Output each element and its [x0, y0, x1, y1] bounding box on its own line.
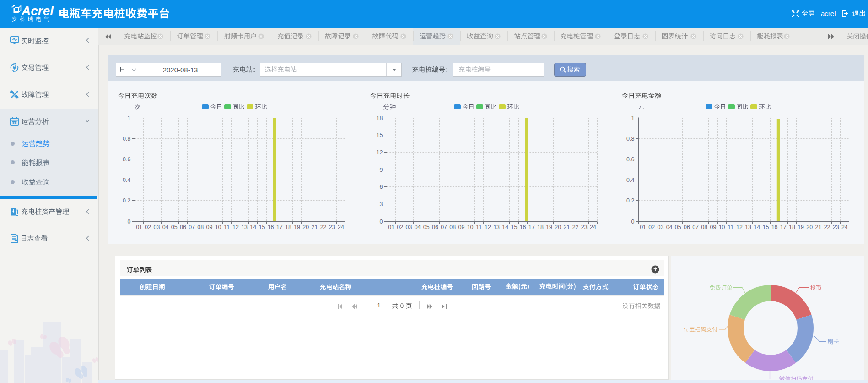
svg-text:01: 01	[640, 224, 646, 230]
svg-text:10: 10	[215, 224, 221, 230]
svg-text:21: 21	[311, 224, 318, 230]
svg-text:14: 14	[250, 224, 256, 230]
svg-text:11: 11	[476, 224, 482, 230]
svg-text:13: 13	[493, 224, 500, 230]
svg-text:0.6: 0.6	[626, 156, 634, 163]
svg-text:08: 08	[197, 224, 204, 230]
svg-text:02: 02	[648, 224, 655, 230]
svg-text:0.8: 0.8	[123, 136, 130, 142]
svg-text:10: 10	[719, 224, 725, 230]
svg-text:03: 03	[405, 224, 412, 230]
svg-text:18: 18	[537, 224, 544, 230]
svg-text:01: 01	[136, 224, 142, 230]
svg-text:04: 04	[666, 224, 673, 230]
svg-text:20: 20	[806, 224, 813, 230]
svg-text:14: 14	[754, 224, 760, 230]
svg-text:13: 13	[745, 224, 751, 230]
svg-text:03: 03	[153, 224, 160, 230]
svg-text:19: 19	[546, 224, 552, 230]
svg-text:16: 16	[520, 224, 526, 230]
svg-text:21: 21	[563, 224, 570, 230]
svg-text:17: 17	[528, 224, 535, 230]
svg-text:1: 1	[631, 115, 635, 121]
svg-text:22: 22	[320, 224, 327, 230]
svg-text:07: 07	[441, 224, 447, 230]
svg-text:07: 07	[692, 224, 699, 230]
svg-text:17: 17	[780, 224, 787, 230]
svg-text:11: 11	[224, 224, 230, 230]
svg-text:12: 12	[485, 224, 491, 230]
svg-text:12: 12	[736, 224, 743, 230]
svg-text:09: 09	[710, 224, 716, 230]
svg-text:01: 01	[388, 224, 394, 230]
svg-text:22: 22	[572, 224, 579, 230]
svg-text:05: 05	[423, 224, 430, 230]
svg-text:0.2: 0.2	[626, 197, 634, 204]
svg-text:9: 9	[380, 167, 383, 173]
svg-text:19: 19	[294, 224, 300, 230]
svg-text:0.2: 0.2	[123, 197, 130, 204]
svg-text:3: 3	[380, 201, 383, 208]
svg-text:04: 04	[162, 224, 169, 230]
svg-text:23: 23	[581, 224, 588, 230]
svg-text:18: 18	[285, 224, 291, 230]
svg-text:08: 08	[449, 224, 456, 230]
svg-text:06: 06	[432, 224, 438, 230]
svg-text:6: 6	[380, 184, 383, 190]
svg-text:09: 09	[458, 224, 464, 230]
svg-text:03: 03	[657, 224, 663, 230]
svg-text:19: 19	[798, 224, 804, 230]
svg-text:0.4: 0.4	[626, 177, 634, 183]
svg-text:15: 15	[762, 224, 769, 230]
svg-text:16: 16	[268, 224, 274, 230]
svg-text:0: 0	[631, 219, 635, 225]
svg-text:09: 09	[206, 224, 212, 230]
svg-text:20: 20	[555, 224, 561, 230]
svg-text:11: 11	[728, 224, 733, 230]
svg-text:15: 15	[259, 224, 265, 230]
svg-text:14: 14	[502, 224, 508, 230]
svg-text:24: 24	[590, 224, 596, 230]
svg-text:18: 18	[789, 224, 795, 230]
svg-text:0.6: 0.6	[123, 156, 130, 163]
svg-text:06: 06	[684, 224, 690, 230]
svg-text:06: 06	[180, 224, 186, 230]
svg-text:05: 05	[171, 224, 178, 230]
svg-text:1: 1	[128, 115, 131, 121]
svg-text:05: 05	[675, 224, 681, 230]
svg-text:13: 13	[241, 224, 248, 230]
svg-text:20: 20	[302, 224, 309, 230]
svg-text:0.4: 0.4	[123, 177, 130, 183]
svg-text:17: 17	[276, 224, 283, 230]
svg-text:22: 22	[824, 224, 830, 230]
svg-text:02: 02	[145, 224, 151, 230]
svg-text:16: 16	[771, 224, 778, 230]
svg-text:23: 23	[833, 224, 839, 230]
svg-text:15: 15	[511, 224, 517, 230]
svg-text:15: 15	[377, 132, 383, 138]
svg-text:12: 12	[377, 149, 383, 156]
svg-text:10: 10	[467, 224, 474, 230]
svg-text:0: 0	[380, 219, 383, 225]
svg-text:04: 04	[415, 224, 421, 230]
svg-text:12: 12	[232, 224, 239, 230]
svg-text:18: 18	[377, 115, 383, 121]
svg-text:24: 24	[338, 224, 344, 230]
svg-text:0.8: 0.8	[626, 136, 634, 142]
svg-text:08: 08	[701, 224, 707, 230]
svg-text:07: 07	[189, 224, 195, 230]
svg-text:02: 02	[397, 224, 403, 230]
svg-text:0: 0	[128, 219, 131, 225]
svg-text:23: 23	[329, 224, 335, 230]
svg-text:21: 21	[815, 224, 821, 230]
svg-text:24: 24	[841, 224, 848, 230]
